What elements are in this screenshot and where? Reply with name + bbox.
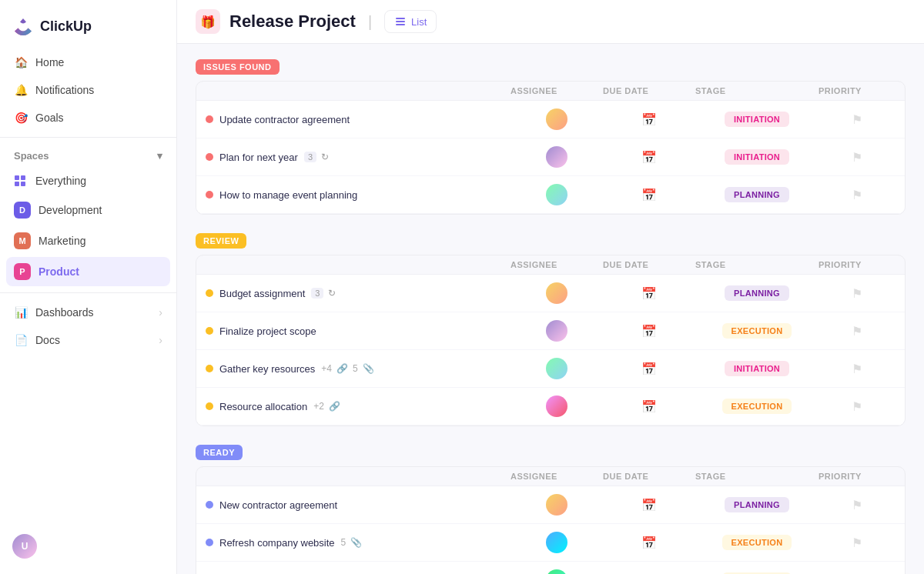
task-name-cell: Budget assignment 3 ↻ [206,288,511,299]
view-toggle-list[interactable]: List [384,10,437,33]
section-ready: READY ASSIGNEE DUE DATE STAGE PRIORITY N… [196,445,906,574]
svg-rect-4 [396,24,405,25]
chevron-right-icon-2: › [159,334,162,346]
priority-dot [206,501,213,509]
task-text: Finalize project scope [219,325,316,337]
priority-flag-icon: ⚑ [852,112,862,127]
priority-flag-icon: ⚑ [852,150,862,165]
project-icon-container: 🎁 [196,9,220,34]
avatar-img [546,146,567,168]
stage-cell: EXECUTION [695,323,819,339]
task-name-cell: How to manage event planning [206,189,511,201]
priority-flag-icon: ⚑ [852,362,862,376]
col-assignee: ASSIGNEE [511,472,603,481]
avatar-img [546,395,567,417]
sidebar-item-development[interactable]: D Development [6,195,170,225]
table-row[interactable]: Finalize project scope 📅 EXECUTION ⚑ [196,312,905,350]
table-row[interactable]: Plan for next year 3 ↻ 📅 [196,138,905,176]
avatar-img [546,532,567,553]
stage-cell: PLANNING [695,497,819,512]
assignee-cell [511,146,603,168]
priority-flag-icon: ⚑ [852,536,862,550]
col-priority: PRIORITY [819,260,896,269]
col-name [206,472,511,481]
task-meta: 3 ↻ [304,152,329,162]
task-text: Gather key resources [219,363,315,375]
task-name-cell: Finalize project scope [206,325,511,337]
priority-flag-icon: ⚑ [852,498,862,512]
spaces-nav: Everything D Development M Marketing P P… [0,168,176,286]
section-badge-issues: ISSUES FOUND [196,59,280,75]
table-row[interactable]: Budget assignment 3 ↻ 📅 PLANNING ⚑ [196,275,905,312]
sidebar-item-goals[interactable]: 🎯 Goals [6,105,170,131]
table-row[interactable]: Gather key resources +4 🔗 5 📎 📅 INIT [196,350,905,388]
spaces-header[interactable]: Spaces ▾ [0,144,176,168]
table-row[interactable]: How to manage event planning 📅 PLANNING [196,176,905,214]
priority-dot [206,191,213,199]
sidebar-item-label: Docs [35,334,60,346]
avatar-img [546,282,567,304]
stage-cell: EXECUTION [695,535,819,550]
meta-count: 3 [304,152,316,162]
priority-cell: ⚑ [819,362,896,376]
sidebar-item-label: Goals [35,112,64,124]
table-row[interactable]: Update key objectives 5 📎 📅 EXECUTION ⚑ [196,562,905,574]
assignee-cell [511,358,603,379]
table-row[interactable]: Refresh company website 5 📎 📅 EXECUTION … [196,524,905,562]
col-priority: PRIORITY [819,472,896,481]
priority-cell: ⚑ [819,286,896,301]
sidebar-item-everything[interactable]: Everything [6,168,170,194]
priority-dot [206,115,213,123]
priority-flag-icon: ⚑ [852,188,862,202]
project-title: Release Project [229,12,356,32]
task-name-cell: Refresh company website 5 📎 [206,537,511,549]
priority-dot [206,327,213,335]
sidebar-item-marketing[interactable]: M Marketing [6,226,170,255]
col-name [206,260,511,269]
col-assignee: ASSIGNEE [511,86,603,95]
user-area[interactable]: U [12,534,164,559]
calendar-icon: 📅 [641,399,657,414]
duedate-cell: 📅 [603,188,695,202]
table-row[interactable]: Resource allocation +2 🔗 📅 EXECUTION ⚑ [196,388,905,425]
priority-cell: ⚑ [819,498,896,512]
duedate-cell: 📅 [603,399,695,414]
stage-cell: PLANNING [695,285,819,301]
spaces-label: Spaces [14,150,49,162]
task-name-cell: New contractor agreement [206,499,511,511]
task-name-cell: Update contractor agreement [206,114,511,125]
bottom-nav: 📊 Dashboards › 📄 Docs › [0,299,176,353]
sidebar-item-notifications[interactable]: 🔔 Notifications [6,77,170,103]
clickup-logo-icon [12,15,34,37]
section-header-ready: READY [196,445,906,460]
sidebar-item-home[interactable]: 🏠 Home [6,49,170,75]
calendar-icon: 📅 [641,188,657,202]
col-name [206,86,511,95]
attachment-icon: 📎 [363,363,374,374]
priority-flag-icon: ⚑ [852,324,862,339]
issues-table: ASSIGNEE DUE DATE STAGE PRIORITY Update … [196,81,906,215]
calendar-icon: 📅 [641,498,657,512]
priority-cell: ⚑ [819,536,896,550]
dashboards-icon: 📊 [14,305,28,319]
section-review: REVIEW ASSIGNEE DUE DATE STAGE PRIORITY … [196,233,906,426]
app-name: ClickUp [40,18,92,35]
calendar-icon: 📅 [641,286,657,301]
target-icon: 🎯 [14,111,28,125]
table-row[interactable]: Update contractor agreement 📅 INITIATION [196,101,905,138]
priority-dot [206,539,213,546]
sidebar-item-docs[interactable]: 📄 Docs › [6,327,170,353]
subtask-icon: ↻ [321,152,329,162]
chevron-right-icon: › [159,306,162,319]
meta-count: 3 [311,288,323,299]
priority-cell: ⚑ [819,324,896,339]
sidebar-item-dashboards[interactable]: 📊 Dashboards › [6,299,170,325]
sidebar-item-product[interactable]: P Product [6,257,170,286]
table-row[interactable]: New contractor agreement 📅 PLANNING ⚑ [196,486,905,524]
avatar-img [546,108,567,130]
calendar-icon: 📅 [641,112,657,127]
everything-icon [14,174,28,188]
attachment-icon: 📎 [350,537,362,548]
col-stage: STAGE [695,260,819,269]
priority-cell: ⚑ [819,188,896,202]
